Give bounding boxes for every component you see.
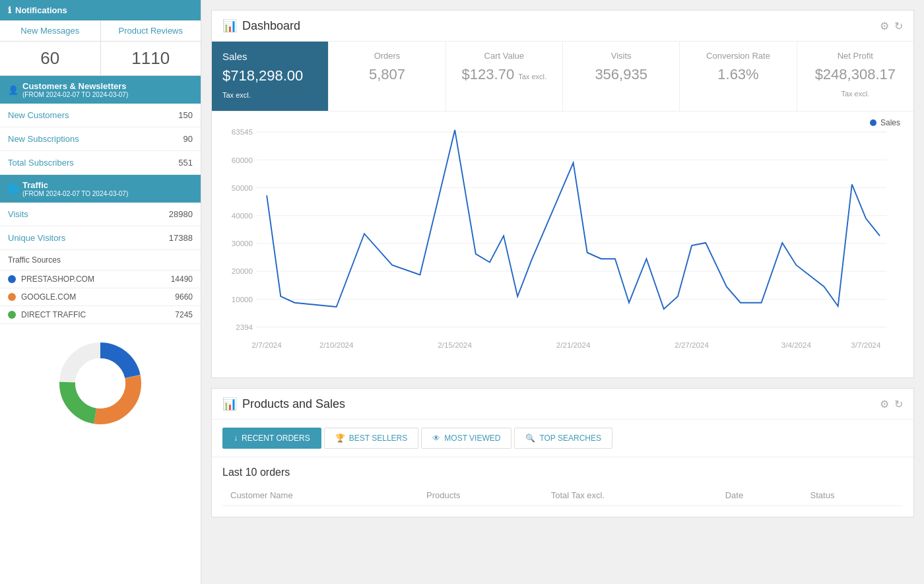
products-refresh-icon[interactable]: ↻: [894, 398, 903, 410]
unique-visitors-label[interactable]: Unique Visitors: [8, 233, 65, 243]
traffic-donut-chart: [0, 324, 201, 443]
best-sellers-label: BEST SELLERS: [349, 434, 408, 443]
net-profit-label: Net Profit: [808, 51, 903, 61]
col-total: Total Tax excl.: [543, 485, 717, 506]
cart-value-stat: Cart Value $123.70 Tax excl.: [446, 42, 563, 111]
products-tabs-bar: ↓ RECENT ORDERS 🏆 BEST SELLERS 👁 MOST VI…: [212, 420, 913, 457]
svg-text:40000: 40000: [232, 211, 253, 220]
sidebar: ℹ Notifications New Messages Product Rev…: [0, 0, 201, 584]
new-subscriptions-label[interactable]: New Subscriptions: [8, 134, 79, 144]
direct-value: 7245: [175, 310, 193, 319]
dashboard-card: 📊 Dashboard ⚙ ↻ Sales $718,298.00 Tax ex…: [211, 10, 914, 378]
total-subscribers-value: 551: [178, 158, 193, 168]
dashboard-header: 📊 Dashboard ⚙ ↻: [212, 11, 913, 42]
net-profit-value: $248,308.17 Tax excl.: [808, 66, 903, 100]
sales-chart-area: Sales 63545 60000 50000 40000 30000 2000…: [212, 112, 913, 377]
sales-label: Sales: [222, 51, 317, 62]
top-searches-label: TOP SEARCHES: [539, 434, 601, 443]
traffic-title: Traffic: [22, 180, 128, 190]
col-date: Date: [717, 485, 803, 506]
recent-orders-label: RECENT ORDERS: [242, 434, 310, 443]
table-header-row: Customer Name Products Total Tax excl. D…: [222, 485, 903, 506]
visits-row: Visits 28980: [0, 203, 201, 226]
col-customer-name: Customer Name: [222, 485, 418, 506]
new-customers-label[interactable]: New Customers: [8, 110, 69, 120]
svg-text:3/7/2024: 3/7/2024: [851, 341, 881, 349]
conversion-value: 1.63%: [690, 66, 785, 83]
products-gear-icon[interactable]: ⚙: [880, 398, 889, 410]
google-value: 9660: [175, 292, 193, 302]
dashboard-title: Dashboard: [242, 19, 300, 33]
orders-value: 5,807: [339, 66, 434, 83]
new-messages-tab[interactable]: New Messages: [0, 20, 101, 41]
svg-text:50000: 50000: [232, 183, 253, 192]
dashboard-title-container: 📊 Dashboard: [222, 18, 300, 33]
customers-header: 👤 Customers & Newsletters (FROM 2024-02-…: [0, 76, 201, 104]
orders-stat: Orders 5,807: [329, 42, 446, 111]
traffic-sources-title: Traffic Sources: [0, 250, 201, 271]
chart-legend-label: Sales: [880, 118, 900, 127]
orders-table: Customer Name Products Total Tax excl. D…: [222, 485, 903, 506]
svg-text:2/10/2024: 2/10/2024: [319, 341, 354, 349]
dashboard-stats-row: Sales $718,298.00 Tax excl. Orders 5,807…: [212, 42, 913, 112]
best-sellers-icon: 🏆: [335, 434, 345, 443]
top-searches-tab[interactable]: 🔍 TOP SEARCHES: [514, 428, 612, 449]
sales-value: $718,298.00 Tax excl.: [222, 67, 317, 102]
notifications-header: ℹ Notifications: [0, 0, 201, 20]
google-label: GOOGLE.COM: [21, 292, 76, 302]
product-reviews-tab[interactable]: Product Reviews: [101, 20, 201, 41]
products-sales-actions: ⚙ ↻: [880, 398, 903, 410]
most-viewed-icon: 👁: [432, 434, 440, 443]
svg-text:2/15/2024: 2/15/2024: [438, 341, 472, 349]
last-orders-title: Last 10 orders: [222, 457, 903, 485]
products-sales-title-container: 📊 Products and Sales: [222, 397, 345, 411]
line-chart-svg: 63545 60000 50000 40000 30000 20000 1000…: [212, 118, 907, 369]
traffic-source-direct: DIRECT TRAFFIC 7245: [0, 306, 201, 324]
col-status: Status: [803, 485, 903, 506]
user-icon: 👤: [8, 85, 18, 95]
traffic-header: 🌐 Traffic (FROM 2024-02-07 TO 2024-03-07…: [0, 175, 201, 203]
new-customers-row: New Customers 150: [0, 104, 201, 127]
products-sales-title: Products and Sales: [242, 397, 345, 411]
chart-legend: Sales: [870, 118, 900, 127]
visits-label[interactable]: Visits: [8, 209, 28, 219]
sales-stat: Sales $718,298.00 Tax excl.: [212, 42, 329, 111]
new-subscriptions-row: New Subscriptions 90: [0, 127, 201, 151]
direct-dot: [8, 311, 16, 319]
products-sales-card: 📊 Products and Sales ⚙ ↻ ↓ RECENT ORDERS…: [211, 388, 914, 517]
prestashop-dot: [8, 275, 16, 283]
chart-bar-icon: 📊: [222, 18, 237, 33]
cart-tax: Tax excl.: [518, 73, 546, 81]
net-profit-stat: Net Profit $248,308.17 Tax excl.: [797, 42, 913, 111]
orders-table-section: Last 10 orders Customer Name Products To…: [212, 457, 913, 517]
conversion-stat: Conversion Rate 1.63%: [680, 42, 797, 111]
dashboard-gear-icon[interactable]: ⚙: [880, 20, 889, 32]
orders-label: Orders: [339, 51, 434, 61]
visits-value: 28980: [169, 209, 193, 219]
chart-legend-dot: [870, 119, 876, 126]
traffic-source-google: GOOGLE.COM 9660: [0, 288, 201, 306]
most-viewed-tab[interactable]: 👁 MOST VIEWED: [421, 428, 512, 449]
new-messages-count: 60: [0, 42, 101, 75]
recent-orders-tab[interactable]: ↓ RECENT ORDERS: [222, 428, 321, 449]
google-dot: [8, 293, 16, 301]
visits-stat: Visits 356,935: [563, 42, 680, 111]
svg-point-4: [75, 358, 125, 408]
svg-text:10000: 10000: [232, 295, 253, 304]
new-customers-value: 150: [178, 110, 193, 120]
most-viewed-label: MOST VIEWED: [444, 434, 500, 443]
customers-title: Customers & Newsletters: [22, 81, 128, 91]
customers-subtitle: (FROM 2024-02-07 TO 2024-03-07): [22, 91, 128, 98]
globe-icon: 🌐: [8, 184, 18, 194]
svg-text:63545: 63545: [232, 127, 253, 136]
total-subscribers-label[interactable]: Total Subscribers: [8, 158, 74, 168]
unique-visitors-row: Unique Visitors 17388: [0, 226, 201, 250]
best-sellers-tab[interactable]: 🏆 BEST SELLERS: [324, 428, 419, 449]
products-chart-icon: 📊: [222, 397, 237, 411]
conversion-label: Conversion Rate: [690, 51, 785, 61]
cart-value-label: Cart Value: [457, 51, 552, 61]
visits-stat-label: Visits: [574, 51, 669, 61]
donut-svg: [54, 337, 147, 430]
prestashop-value: 14490: [171, 275, 193, 284]
dashboard-refresh-icon[interactable]: ↻: [894, 20, 903, 32]
